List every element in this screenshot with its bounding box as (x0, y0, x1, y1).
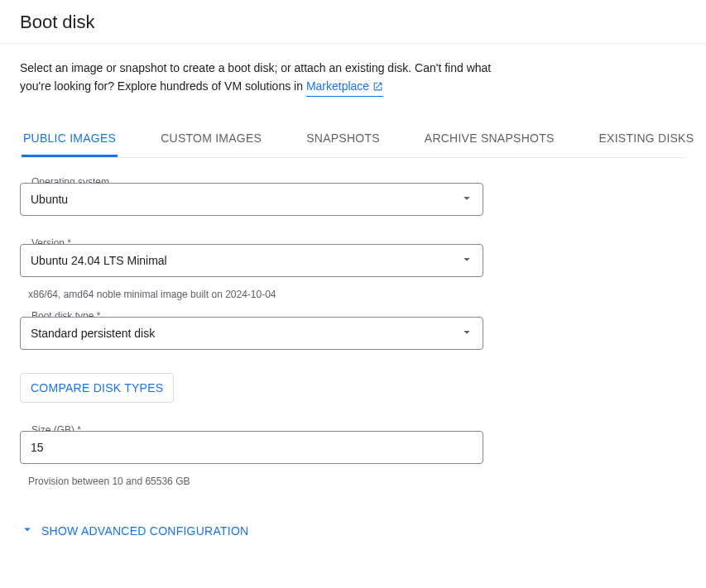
tabs: PUBLIC IMAGES CUSTOM IMAGES SNAPSHOTS AR… (22, 122, 686, 158)
marketplace-link[interactable]: Marketplace (306, 77, 383, 97)
os-select-value: Ubuntu (31, 193, 68, 206)
advanced-config-toggle[interactable]: SHOW ADVANCED CONFIGURATION (20, 522, 248, 539)
tab-public-images[interactable]: PUBLIC IMAGES (22, 122, 118, 157)
size-helper: Provision between 10 and 65536 GB (20, 471, 483, 487)
disk-type-select-value: Standard persistent disk (31, 327, 155, 340)
version-helper: x86/64, amd64 noble minimal image built … (20, 284, 483, 300)
size-input[interactable]: 15 (20, 431, 483, 464)
size-input-value: 15 (31, 441, 44, 454)
version-select-value: Ubuntu 24.04 LTS Minimal (31, 254, 167, 267)
dialog-title: Boot disk (0, 0, 706, 43)
marketplace-link-label: Marketplace (306, 77, 369, 95)
external-link-icon (372, 81, 383, 92)
tab-custom-images[interactable]: CUSTOM IMAGES (159, 122, 263, 157)
chevron-down-icon (459, 325, 474, 342)
chevron-down-icon (20, 522, 35, 539)
chevron-down-icon (459, 252, 474, 270)
tab-snapshots[interactable]: SNAPSHOTS (305, 122, 382, 157)
version-select[interactable]: Ubuntu 24.04 LTS Minimal (20, 244, 483, 277)
advanced-config-label: SHOW ADVANCED CONFIGURATION (41, 524, 248, 538)
intro-part-a: Select an image or snapshot to create a … (20, 61, 491, 93)
disk-type-select[interactable]: Standard persistent disk (20, 317, 483, 350)
compare-disk-types-button[interactable]: COMPARE DISK TYPES (20, 373, 174, 403)
os-select[interactable]: Ubuntu (20, 183, 483, 216)
tab-archive-snapshots[interactable]: ARCHIVE SNAPSHOTS (423, 122, 556, 157)
chevron-down-icon (459, 191, 474, 208)
tab-existing-disks[interactable]: EXISTING DISKS (598, 122, 696, 157)
intro-text: Select an image or snapshot to create a … (20, 59, 516, 97)
